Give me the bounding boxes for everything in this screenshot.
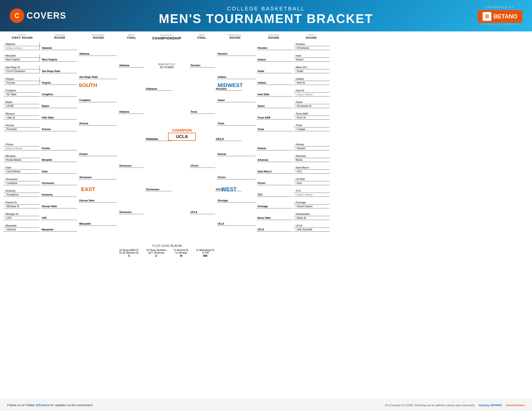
s-sr-4: Virginia [41, 81, 77, 85]
mw-fr-1: 1Houston [294, 42, 330, 46]
e-fr-8: 13Louisiana [4, 181, 39, 185]
playin-e-2: 16 F. Dickinson [146, 252, 166, 254]
presented-by-label: PRESENTED BY: [478, 6, 522, 9]
playin-midwest: 11 Mississippi St. 11 Pitt MW [196, 249, 215, 257]
covers-icon: C [10, 9, 24, 23]
s-fr-16: 15Princeton [4, 127, 39, 131]
mw-fr-7: 4Indiana [294, 77, 330, 81]
champion-box: CHAMPION UCLA [168, 128, 196, 141]
w-fr-16: 15UNC Asheville [294, 228, 330, 232]
mw-sr-8: Texas [257, 127, 293, 131]
right-regional-header: REGIONAL ROUND [215, 34, 255, 39]
mw-fr-8: 13Kent St. [294, 81, 330, 85]
w-fr-6: 12VCU [294, 170, 330, 174]
playin-w-1: 11 Arizona St. [174, 249, 189, 252]
mw-sf-1: Houston [190, 64, 215, 67]
w-fr-4: 9Illinois [294, 158, 330, 162]
s-line-h1 [39, 46, 41, 47]
e-fr-5: 5Duke [4, 166, 39, 170]
w-rr-4: UCLA [217, 222, 256, 226]
w-fr-8: 13Iona [294, 181, 330, 185]
playin-s-2: 16 SE Missouri St. [119, 252, 139, 254]
champion-team: UCLA [168, 133, 196, 141]
s-sr-8: Arizona [41, 127, 77, 131]
w-fr-3: 8Arkansas [294, 154, 330, 158]
mw-sr-7: Texas A&M [257, 116, 293, 120]
midwest-label: MIDWEST [218, 82, 243, 88]
s-sr-6: Baylor [41, 104, 77, 108]
s-sr-7: Utah State [41, 116, 77, 120]
s-sr-1: Alabama [41, 46, 77, 50]
header-title: COLLEGE BASKETBALL MEN'S TOURNAMENT BRAC… [159, 6, 373, 26]
mw-sr-1: Houston [257, 46, 293, 50]
betano-name: BETANO [493, 13, 517, 20]
mw-fr-5: 5Miami (FL) [294, 65, 330, 69]
left-second-round-header: SECOND ROUND [41, 34, 79, 39]
w-sr-7: Boise State [257, 216, 293, 220]
playin-west: 11 Arizona St. 11 Nevada W [174, 249, 189, 257]
header-main-title: MEN'S TOURNAMENT BRACKET [159, 12, 373, 26]
playin-section: FOUR GAME PLAY-IN 16 Texas A&M-CC 16 SE … [4, 244, 330, 257]
e-fr-12: 14Montana St. [4, 205, 39, 208]
mw-fr-14: 10Penn St. [294, 116, 330, 120]
w-fr-11: 3Gonzaga [294, 201, 330, 205]
w-rr-3: Gonzaga [217, 199, 256, 203]
right-semifinal-header: SEMI- FINAL [189, 34, 215, 39]
e-fr-3: 8Memphis [4, 154, 39, 158]
playin-e-label: E [146, 255, 166, 257]
mw-fr-2: 16N Kentucky [294, 46, 330, 50]
mw-fr-10: 11(Play-In Winner) [294, 93, 330, 96]
mw-fr-6: 12Drake [294, 69, 330, 73]
mw-fr-3: 8Iowa [294, 54, 330, 58]
logo-area: C COVERS [10, 9, 66, 23]
four-game-label: FOUR GAME [152, 244, 171, 248]
s-line-h3 [39, 69, 41, 70]
e-sr-6: Kansas State [41, 205, 77, 208]
mw-fr-13: 7Texas A&M [294, 112, 330, 116]
full-bracket: FIRST FIRST ROUND SECOND ROUND REGIONAL … [4, 34, 528, 406]
w-sr-6: Gonzaga [257, 205, 293, 208]
left-first-round-header: FIRST FIRST ROUND [4, 34, 41, 39]
cf-south: Alabama [145, 87, 172, 91]
e-fr-13: 7Michigan St. [4, 212, 39, 216]
mw-sr-3: Drake [257, 69, 293, 73]
e-fr-15: 2Marquette [4, 224, 39, 228]
s-fr-6: 12Col of Charleston [4, 69, 39, 73]
w-sr-1: Kansas [257, 147, 293, 150]
bracket-by: BRACKET BY: ED SCIMIA [145, 63, 189, 69]
mw-rr-4: Texas [217, 121, 256, 125]
e-fr-11: 3Kansas St. [4, 201, 39, 205]
e-fr-6: 12Oral Roberts [4, 170, 39, 174]
playin-south: 16 Texas A&M-CC 16 SE Missouri St. S [119, 249, 139, 257]
playin-label: PLAY-IN [171, 244, 182, 248]
w-sr-2: Arkansas [257, 158, 293, 162]
w-fr-14: 10Boise St. [294, 216, 330, 220]
e-fr-1: 1Purdue [4, 143, 39, 147]
e-rr-2: Tennessee [79, 176, 117, 179]
sponsor-note: *ONLY AVAILABLE TO ONTARIO, CA [478, 23, 522, 26]
s-sr-5: Creighton [41, 93, 77, 96]
covers-brand: COVERS [27, 11, 66, 21]
mw-fr-4: 9Auburn [294, 58, 330, 62]
s-fr-10: 11NC State [4, 93, 39, 96]
champ-right: UCLA [215, 137, 242, 141]
champ-left: Alabama [145, 137, 172, 141]
mw-sr-5: Iowa State [257, 93, 293, 96]
playin-w-label: W [174, 255, 189, 257]
mw-fr-16: 15Colgate [294, 127, 330, 131]
mw-fr-12: 14Kennesaw St. [294, 104, 330, 108]
south-label: SOUTH [79, 82, 97, 88]
playin-games: 16 Texas A&M-CC 16 SE Missouri St. S 16 … [4, 249, 330, 257]
playin-east: 16 Texas Southern 16 F. Dickinson E [146, 249, 166, 257]
cf-east: Tennessee [145, 187, 172, 191]
w-sr-4: UConn [257, 181, 293, 185]
e-rr-4: Marquette [79, 222, 117, 226]
w-sr-3: Saint Mary's [257, 170, 293, 174]
mw-rr-2: Indiana [217, 75, 256, 79]
w-fr-12: 14Grand Canyon [294, 205, 330, 208]
w-rr-1: Kansas [217, 152, 256, 156]
e-sf-2: Tennessee [118, 210, 144, 214]
e-sr-2: Memphis [41, 158, 77, 162]
left-semifinal-header: SEMI- FINAL [118, 34, 145, 39]
s-sf-1: Alabama [118, 64, 144, 67]
